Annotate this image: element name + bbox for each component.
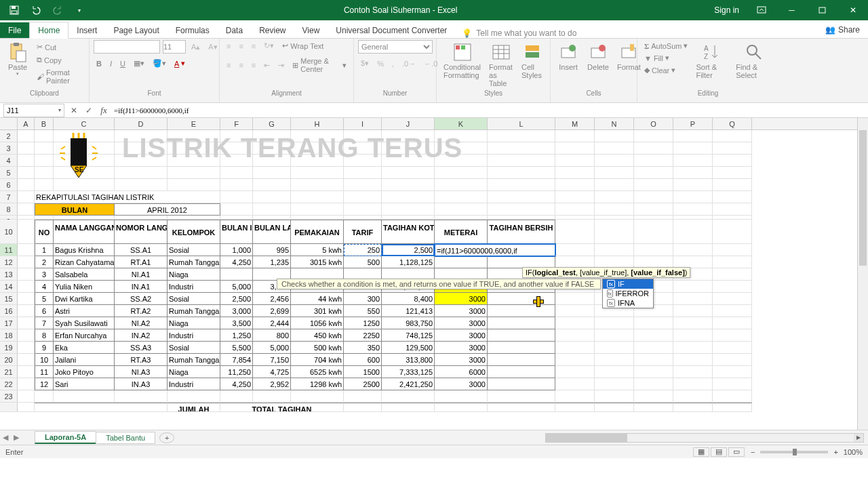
tell-me[interactable]: 💡Tell me what you want to do	[455, 28, 583, 38]
insert-cell-button[interactable]: Insert	[555, 40, 582, 73]
tab-file[interactable]: File	[0, 22, 29, 38]
qat-customize[interactable]: ▾	[69, 1, 90, 20]
tab-insert[interactable]: Insert	[68, 22, 105, 38]
clear-button[interactable]: ◆ Clear ▾	[642, 64, 690, 76]
align-right-button[interactable]: ≡	[249, 60, 258, 70]
column-headers[interactable]: ABCDEFGHIJKLMNOPQ	[0, 118, 868, 130]
share-button[interactable]: 👥Share	[817, 22, 868, 38]
align-middle-button[interactable]: ≡	[236, 41, 245, 52]
conditional-formatting-button[interactable]: Conditional Formatting	[441, 40, 484, 81]
align-left-button[interactable]: ≡	[224, 60, 233, 70]
horizontal-scrollbar[interactable]: ◀▶	[545, 433, 864, 443]
format-painter-button[interactable]: 🖌Format Painter	[34, 67, 85, 86]
save-button[interactable]	[4, 1, 24, 20]
fx-icon: fx	[607, 280, 615, 288]
merge-center-button[interactable]: ⊞ Merge & Center▾	[290, 56, 349, 75]
scissors-icon: ✂	[37, 43, 43, 52]
paste-button[interactable]: Paste▾	[4, 40, 31, 78]
maximize-button[interactable]	[807, 0, 837, 20]
function-signature-tooltip[interactable]: IF(logical_test, [value_if_true], [value…	[522, 267, 690, 278]
normal-view-button[interactable]: ▦	[693, 447, 709, 457]
number-format-select[interactable]: General	[358, 40, 433, 54]
zoom-level[interactable]: 100%	[844, 448, 863, 456]
svg-rect-1	[12, 6, 16, 9]
redo-button[interactable]	[47, 1, 68, 20]
autocomplete-item-ifna[interactable]: fxIFNA	[603, 298, 653, 308]
cut-button[interactable]: ✂Cut	[34, 41, 85, 53]
svg-rect-2	[12, 11, 17, 14]
font-name-input[interactable]	[94, 40, 160, 54]
enter-formula-button[interactable]: ✓	[81, 106, 96, 115]
percent-button[interactable]: %	[374, 58, 387, 69]
formula-autocomplete[interactable]: fxIF fxIFERROR fxIFNA	[602, 279, 654, 308]
tab-udc[interactable]: Universal Document Converter	[328, 22, 455, 38]
decrease-font-button[interactable]: A▾	[205, 41, 220, 53]
sort-filter-button[interactable]: AZSort & Filter	[693, 40, 730, 81]
tab-home[interactable]: Home	[29, 22, 68, 39]
autocomplete-item-if[interactable]: fxIF	[603, 279, 653, 289]
svg-text:Z: Z	[704, 53, 708, 60]
bold-button[interactable]: B	[94, 58, 104, 69]
pagebreak-view-button[interactable]: ▭	[728, 447, 745, 457]
insert-function-button[interactable]: fx	[96, 105, 111, 116]
fill-button[interactable]: ▼ Fill ▾	[642, 52, 690, 64]
svg-rect-16	[526, 45, 539, 51]
sheet-tab-laporan[interactable]: Laporan-5A	[35, 431, 96, 444]
fx-icon: fx	[607, 299, 615, 307]
fill-color-button[interactable]: 🪣▾	[150, 58, 169, 69]
page-title: LISTRIK TERANG TERUS	[122, 133, 462, 163]
autocomplete-item-iferror[interactable]: fxIFERROR	[603, 289, 653, 298]
border-button[interactable]: ▦▾	[131, 58, 147, 69]
decimal-inc-button[interactable]: .0→	[399, 58, 418, 69]
add-sheet-button[interactable]: +	[159, 432, 174, 443]
group-editing-label: Editing	[642, 89, 774, 98]
align-top-button[interactable]: ≡	[224, 41, 233, 52]
orientation-button[interactable]: ↻▾	[261, 40, 277, 52]
currency-button[interactable]: $▾	[358, 58, 372, 69]
tab-pagelayout[interactable]: Page Layout	[105, 22, 167, 38]
autosum-button[interactable]: Σ AutoSum ▾	[642, 40, 690, 52]
statusbar: Enter ▦ ▤ ▭ − + 100%	[0, 445, 868, 458]
font-size-input[interactable]	[163, 40, 186, 54]
group-styles-label: Styles	[441, 89, 546, 98]
wrap-text-button[interactable]: ↩ Wrap Text	[279, 40, 326, 52]
svg-rect-17	[526, 52, 539, 58]
font-color-button[interactable]: A▾	[172, 58, 188, 69]
zoom-in-button[interactable]: +	[833, 448, 837, 456]
sheet-nav-prev[interactable]: ◀	[0, 433, 11, 442]
page-layout-view-button[interactable]: ▤	[711, 447, 727, 457]
sheet-tab-tabelbantu[interactable]: Tabel Bantu	[96, 432, 155, 444]
indent-inc-button[interactable]: ⇥	[275, 60, 287, 71]
align-center-button[interactable]: ≡	[236, 60, 245, 70]
vertical-scrollbar[interactable]	[857, 118, 868, 430]
svg-rect-28	[71, 138, 87, 165]
sheet-nav-next[interactable]: ▶	[11, 433, 22, 442]
ribbon-options-button[interactable]	[746, 0, 776, 20]
svg-rect-10	[461, 45, 465, 49]
tab-formulas[interactable]: Formulas	[167, 22, 218, 38]
minimize-button[interactable]: ─	[776, 0, 807, 20]
comma-button[interactable]: ,	[389, 58, 397, 69]
underline-button[interactable]: U	[117, 58, 128, 69]
svg-text:SE: SE	[75, 166, 84, 174]
close-button[interactable]: ✕	[837, 0, 868, 20]
zoom-out-button[interactable]: −	[751, 448, 755, 456]
find-select-button[interactable]: Find & Select	[733, 40, 774, 81]
indent-dec-button[interactable]: ⇤	[261, 60, 273, 71]
name-box[interactable]: J11▾	[3, 104, 64, 117]
signin-link[interactable]: Sign in	[707, 0, 746, 20]
delete-cell-button[interactable]: Delete	[585, 40, 612, 73]
increase-font-button[interactable]: A▴	[189, 41, 203, 53]
formula-input[interactable]: =if(J11>6000000,6000,if	[111, 106, 868, 115]
cancel-formula-button[interactable]: ✕	[66, 106, 81, 115]
undo-button[interactable]	[26, 1, 46, 20]
tab-data[interactable]: Data	[218, 22, 251, 38]
zoom-slider[interactable]	[760, 451, 828, 453]
tab-view[interactable]: View	[294, 22, 328, 38]
italic-button[interactable]: I	[107, 58, 115, 69]
format-as-table-button[interactable]: Format as Table	[486, 40, 516, 89]
cell-styles-button[interactable]: Cell Styles	[519, 40, 546, 81]
tab-review[interactable]: Review	[251, 22, 294, 38]
align-bottom-button[interactable]: ≡	[249, 41, 258, 52]
copy-button[interactable]: ⧉Copy	[34, 54, 85, 66]
